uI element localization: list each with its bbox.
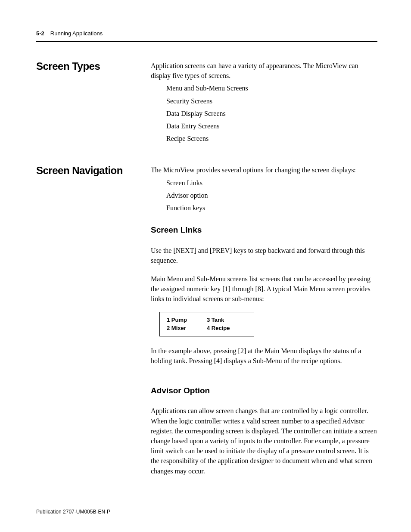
section-body: Application screens can have a variety o… <box>151 61 377 146</box>
menu-col-1: 1 Pump 2 Mixer <box>167 316 207 333</box>
list-item: Screen Links <box>166 178 377 188</box>
section-screen-navigation: Screen Navigation The MicroView provides… <box>36 165 377 478</box>
heading-screen-types: Screen Types <box>36 61 151 72</box>
section-body: The MicroView provides several options f… <box>151 165 377 478</box>
menu-col-2: 3 Tank 4 Recipe <box>207 316 247 333</box>
heading-screen-navigation: Screen Navigation <box>36 165 151 176</box>
paragraph: Main Menu and Sub-Menu screens list scre… <box>151 274 377 304</box>
nav-options-list: Screen Links Advisor option Function key… <box>151 178 377 213</box>
section-screen-types: Screen Types Application screens can hav… <box>36 61 377 146</box>
chapter-title: Running Applications <box>50 30 103 37</box>
menu-item: 3 Tank <box>207 316 247 324</box>
list-item: Recipe Screens <box>166 134 377 143</box>
menu-item: 2 Mixer <box>167 324 207 333</box>
section-heading-col: Screen Navigation <box>36 165 151 176</box>
page-number: 5-2 <box>36 30 44 37</box>
screen-types-list: Menu and Sub-Menu Screens Security Scree… <box>151 83 377 143</box>
list-item: Menu and Sub-Menu Screens <box>166 83 377 93</box>
paragraph: Applications can allow screen changes th… <box>151 406 377 476</box>
list-item: Data Display Screens <box>166 109 377 118</box>
paragraph: Use the [NEXT] and [PREV] keys to step b… <box>151 246 377 265</box>
list-item: Advisor option <box>166 190 377 200</box>
paragraph: In the example above, pressing [2] at th… <box>151 346 377 366</box>
page: 5-2 Running Applications Screen Types Ap… <box>0 0 411 532</box>
footer-publication: Publication 2707-UM005B-EN-P <box>36 509 110 515</box>
intro-paragraph: The MicroView provides several options f… <box>151 165 377 175</box>
subheading-advisor-option: Advisor Option <box>151 385 377 397</box>
menu-item: 4 Recipe <box>207 324 247 333</box>
header-rule <box>36 41 377 42</box>
list-item: Security Screens <box>166 96 377 106</box>
list-item: Function keys <box>166 203 377 213</box>
subheading-screen-links: Screen Links <box>151 224 377 236</box>
intro-paragraph: Application screens can have a variety o… <box>151 61 377 81</box>
running-header: 5-2 Running Applications <box>36 30 377 37</box>
list-item: Data Entry Screens <box>166 121 377 131</box>
section-heading-col: Screen Types <box>36 61 151 72</box>
menu-item: 1 Pump <box>167 316 207 324</box>
menu-example-box: 1 Pump 2 Mixer 3 Tank 4 Recipe <box>159 312 254 336</box>
